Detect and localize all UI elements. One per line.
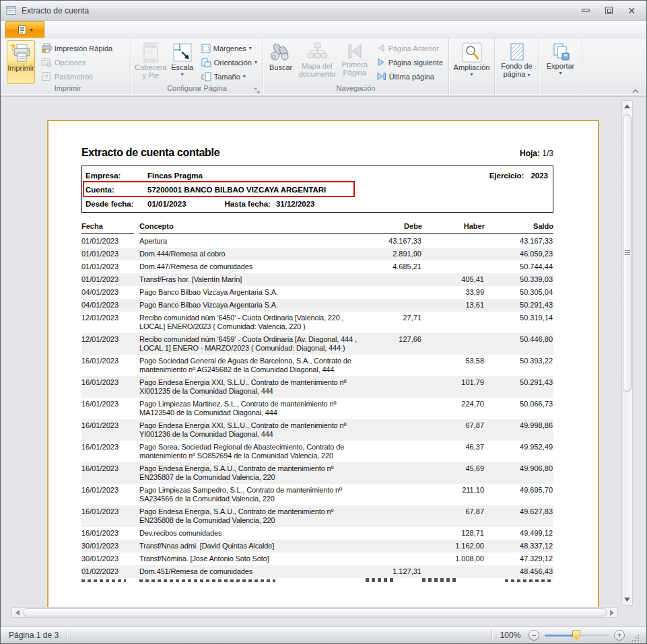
cell-fecha: 12/01/2023: [81, 314, 139, 322]
desde-fecha-value: 01/01/2023: [147, 200, 186, 208]
orientation-button[interactable]: Orientación ▾: [198, 55, 261, 69]
header-concepto: Concepto: [139, 222, 366, 234]
table-row: 16/01/2023Dev.recibos comunidades128,714…: [81, 527, 553, 540]
print-button[interactable]: ? Imprimir: [7, 40, 35, 84]
cell-concepto: Pago Endesa Energia, S.A.U., Contrato de…: [139, 507, 366, 525]
scale-button[interactable]: Escala ▾: [168, 40, 197, 84]
cell-concepto: Pago Limpiezas Sampedro, S.L., Contrato …: [139, 486, 366, 503]
window-title: Extracto de cuenta: [22, 6, 89, 15]
zoom-label: Ampliación: [454, 63, 490, 71]
first-page-label: Primera Página: [341, 61, 368, 77]
cuenta-value: 57200001 BANCO BILBAO VIZCAYA ARGENTARI: [147, 186, 326, 194]
table-row: 16/01/2023Pago Endesa Energia, S.A.U., C…: [81, 462, 553, 484]
previous-page-button[interactable]: Página Anterior: [373, 41, 446, 55]
cell-fecha: 01/01/2023: [81, 275, 139, 284]
cell-haber: 1.162,00: [422, 542, 485, 550]
cell-concepto: Transf/Nnas admi. [David Quintas Alcalde…: [139, 542, 366, 550]
scale-dropdown-icon: ▾: [181, 72, 184, 77]
last-page-button[interactable]: Última página: [373, 69, 446, 83]
cell-haber: 405,41: [422, 275, 485, 284]
orientation-icon: [201, 58, 211, 67]
cell-haber: 45,69: [422, 464, 485, 473]
group-label-exportar: [539, 84, 582, 96]
cell-saldo: 49.906,80: [485, 464, 553, 473]
cell-fecha: 04/01/2023: [81, 288, 139, 297]
cell-concepto: Pago Endesa Energia XXI, S.L.U., Contrat…: [139, 421, 366, 439]
quick-print-button[interactable]: Impresión Rápida: [38, 41, 116, 55]
margins-button[interactable]: Márgenes ▾: [198, 41, 261, 55]
last-page-label: Última página: [389, 73, 434, 81]
vertical-scroll-thumb[interactable]: [623, 114, 632, 392]
cell-saldo: 50.744,44: [485, 262, 553, 271]
size-button[interactable]: Tamaño ▾: [198, 69, 261, 83]
page-background-icon: [509, 42, 525, 61]
horizontal-scrollbar[interactable]: [11, 607, 618, 618]
cell-haber: 46,37: [422, 443, 485, 452]
resize-grip[interactable]: [632, 634, 640, 642]
preview-surface[interactable]: Extracto de cuenta contable Hoja: 1/3 Em…: [1, 96, 646, 626]
scroll-left-icon[interactable]: [12, 608, 23, 617]
info-row-cuenta: Cuenta: 57200001 BANCO BILBAO VIZCAYA AR…: [86, 182, 549, 196]
table-row: 04/01/2023Pago Banco Bilbao Vizcaya Arge…: [81, 299, 553, 312]
quick-printer-icon: [41, 43, 52, 53]
minimize-button[interactable]: [580, 6, 591, 15]
cell-concepto: Transf/Fras hor. [Valentín Marín]: [139, 275, 366, 284]
app-menu-button[interactable]: ▾: [5, 21, 44, 38]
zoom-out-button[interactable]: −: [529, 630, 539, 641]
cell-saldo: 50.291,43: [485, 378, 553, 387]
cell-fecha: 04/01/2023: [81, 301, 139, 310]
next-page-button[interactable]: Página siguiente: [373, 55, 446, 69]
scroll-up-icon[interactable]: [622, 101, 632, 112]
cell-debe: 4.685,21: [366, 262, 422, 271]
cell-concepto: Pago Limpiezas Martinez, S.L., Contrato …: [139, 400, 366, 417]
horizontal-scroll-thumb[interactable]: [23, 608, 607, 616]
cell-saldo: 50.319,14: [485, 314, 553, 322]
report-title: Extracto de cuenta contable: [81, 147, 219, 159]
document-map-button[interactable]: Mapa del documento: [296, 40, 338, 84]
empresa-label: Empresa:: [86, 172, 147, 180]
statement-table-body: 01/01/2023Apertura43.167,3343.167,3301/0…: [81, 235, 553, 578]
zoom-slider-thumb[interactable]: [572, 631, 580, 641]
next-page-label: Página siguiente: [388, 59, 443, 67]
info-row-fechas: Desde fecha: 01/01/2023 Hasta fecha: 31/…: [86, 196, 549, 211]
scroll-right-icon[interactable]: [607, 608, 617, 617]
cell-saldo: 48.337,12: [485, 542, 553, 550]
size-label: Tamaño: [214, 73, 240, 81]
zoom-slider[interactable]: [545, 630, 609, 641]
cell-fecha: 16/01/2023: [81, 400, 139, 408]
scroll-down-icon[interactable]: [622, 594, 632, 605]
empresa-value: Fincas Pragma: [147, 172, 203, 180]
zoom-in-button[interactable]: +: [614, 630, 625, 641]
document-map-label: Mapa del documento: [299, 62, 335, 78]
zoom-button[interactable]: Ampliación ▾: [451, 40, 492, 84]
table-row: 01/01/2023Dom.444/Remesa al cobro2.891,9…: [81, 248, 553, 260]
export-icon: [551, 42, 570, 61]
collapse-ribbon-icon[interactable]: [632, 88, 640, 94]
header-footer-button[interactable]: Cabecera y Pie: [133, 40, 168, 84]
app-menu-arrow-icon: ▾: [30, 27, 32, 33]
cell-debe: 27,71: [366, 314, 422, 322]
first-page-button[interactable]: Primera Página: [338, 40, 372, 84]
dialog-launcher-icon[interactable]: [254, 87, 261, 94]
table-row: 01/02/2023Dom.451/Remesa de comunidades1…: [81, 565, 553, 578]
cell-haber: 211,10: [422, 486, 485, 495]
titlebar[interactable]: Extracto de cuenta ✕: [1, 1, 646, 21]
page-background-button[interactable]: Fondo de página ▾: [497, 40, 537, 84]
parameters-button[interactable]: ? Parámetros: [38, 69, 116, 83]
preview-app-icon: [6, 5, 16, 15]
clipped-row: [81, 578, 553, 582]
table-row: 01/01/2023Dom.447/Remesa de comunidades4…: [81, 260, 553, 273]
table-row: 01/01/2023Transf/Fras hor. [Valentín Mar…: [81, 273, 553, 286]
export-button[interactable]: Exportar ▾: [541, 40, 580, 84]
group-label-navegacion: Navegación: [263, 84, 448, 96]
options-button[interactable]: Opciones: [38, 55, 116, 69]
cell-fecha: 01/02/2023: [81, 567, 139, 576]
close-button[interactable]: ✕: [626, 6, 637, 15]
restore-button[interactable]: [603, 6, 614, 15]
vertical-scrollbar[interactable]: [621, 100, 633, 606]
table-row: 16/01/2023Pago Limpiezas Sampedro, S.L.,…: [81, 484, 553, 505]
search-button[interactable]: Buscar: [265, 40, 296, 84]
table-row: 16/01/2023Pago Limpiezas Martinez, S.L.,…: [81, 398, 553, 419]
zoom-slider-fill: [545, 635, 574, 637]
cell-fecha: 01/01/2023: [81, 237, 139, 246]
